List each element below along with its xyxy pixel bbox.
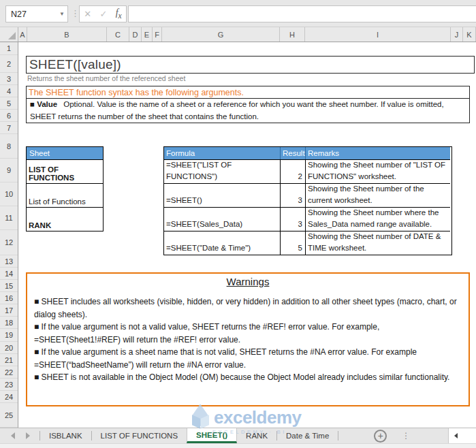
formula-results-table: Formula Result Remarks =SHEET("LIST OF F… — [163, 146, 452, 255]
sheet-tab-sheet-active[interactable]: SHEET() — [187, 428, 237, 443]
warning-item: ■ SHEET is not available in the Object M… — [34, 371, 462, 384]
row-header-18[interactable]: 18 — [0, 317, 18, 329]
formula-column-header[interactable]: Formula — [164, 147, 280, 159]
remarks-cell[interactable]: Showing the Sheet number of the current … — [305, 183, 450, 207]
row-header-10[interactable]: 10 — [0, 182, 18, 206]
syntax-heading: The SHEET function syntax has the follow… — [27, 88, 244, 97]
row-header-9[interactable]: 9 — [0, 159, 18, 182]
column-header-c[interactable]: C — [107, 27, 129, 42]
column-header-e[interactable]: E — [142, 27, 153, 42]
column-header-d[interactable]: D — [129, 27, 142, 42]
column-header-a[interactable]: A — [18, 27, 27, 42]
warning-item: ■ If the value argument is a sheet name … — [34, 346, 462, 371]
row-header-20[interactable]: 20 — [0, 342, 18, 354]
row-header-24[interactable]: 24 — [0, 391, 18, 403]
row-header-21[interactable]: 21 — [0, 354, 18, 366]
tab-divider — [338, 431, 338, 441]
tab-navigation — [0, 428, 39, 443]
function-title: SHEET([value]) — [27, 57, 121, 72]
row-header-4[interactable]: 4 — [0, 85, 18, 97]
warning-item: ■ If the value argument is not a valid v… — [34, 321, 462, 346]
formula-buttons: ✕ ✓ fx — [79, 5, 127, 22]
table-row[interactable]: List of Functions — [27, 183, 103, 207]
next-sheet-icon[interactable] — [26, 432, 30, 439]
row-header-16[interactable]: 16 — [0, 292, 18, 304]
column-header-f[interactable]: F — [153, 27, 162, 42]
formula-bar-strip: N27 ▼ ⋮ ✕ ✓ fx — [0, 0, 476, 27]
row-header-1[interactable]: 1 — [0, 42, 18, 55]
row-header-11[interactable]: 11 — [0, 206, 18, 230]
result-cell[interactable]: 3 — [280, 207, 305, 231]
sheet-tab-rank[interactable]: RANK — [237, 428, 276, 443]
table-row[interactable]: RANK — [27, 207, 103, 231]
row-header-5[interactable]: 5 — [0, 97, 18, 110]
column-header-b[interactable]: B — [27, 27, 107, 42]
warnings-box[interactable]: Warnings ■ SHEET includes all worksheets… — [26, 272, 470, 406]
column-header-k[interactable]: K — [463, 27, 476, 42]
status-strip — [0, 443, 476, 448]
argument-description-cell[interactable]: ■ ValueOptional. Value is the name of a … — [26, 98, 470, 123]
argument-description: Optional. Value is the name of a sheet o… — [30, 100, 444, 121]
new-sheet-icon[interactable]: + — [374, 430, 387, 443]
column-header-i[interactable]: I — [305, 27, 451, 42]
sheet-tab-date-time[interactable]: Date & Time — [277, 428, 338, 443]
column-headers: A B C D E F G H I J K — [0, 27, 476, 42]
sheet-tab-isblank[interactable]: ISBLANK — [40, 428, 91, 443]
row-header-8[interactable]: 8 — [0, 134, 18, 159]
result-cell[interactable]: 2 — [280, 159, 305, 183]
row-header-17[interactable]: 17 — [0, 304, 18, 317]
column-header-h[interactable]: H — [280, 27, 305, 42]
row-headers: 1 2 3 4 5 6 7 8 9 10 11 12 13 14 15 16 1… — [0, 42, 18, 428]
remarks-cell[interactable]: Showing the Sheet number of DATE & TIME … — [305, 231, 450, 255]
function-title-cell[interactable]: SHEET([value]) — [26, 56, 475, 74]
row-header-14[interactable]: 14 — [0, 268, 18, 280]
syntax-heading-cell[interactable]: The SHEET function syntax has the follow… — [26, 86, 470, 99]
row-header-13[interactable]: 13 — [0, 255, 18, 268]
formula-cell[interactable]: =SHEET(Sales_Data) — [164, 207, 280, 231]
function-subtitle[interactable]: Returns the sheet number of the referenc… — [27, 74, 185, 82]
insert-function-icon[interactable]: fx — [116, 7, 122, 20]
row-header-15[interactable]: 15 — [0, 280, 18, 292]
name-box-dropdown-icon[interactable]: ▼ — [57, 11, 67, 17]
row-header-12[interactable]: 12 — [0, 230, 18, 255]
column-header-g[interactable]: G — [162, 27, 280, 42]
sheet-tab-bar: ISBLANK LIST OF FUNCTIONS SHEET() RANK D… — [0, 428, 476, 443]
row-header-6[interactable]: 6 — [0, 110, 18, 122]
select-all-icon — [8, 32, 16, 39]
formula-cell[interactable]: =SHEET() — [164, 183, 280, 207]
horizontal-scrollbar[interactable] — [448, 428, 476, 443]
row-header-7[interactable]: 7 — [0, 122, 18, 134]
formula-cell[interactable]: =SHEET("Date & Time") — [164, 231, 280, 255]
warnings-title: Warnings — [34, 276, 462, 287]
warning-item: ■ SHEET includes all worksheets (visible… — [34, 295, 462, 321]
result-cell[interactable]: 5 — [280, 231, 305, 255]
scroll-left-icon[interactable] — [454, 433, 458, 438]
row-header-2[interactable]: 2 — [0, 55, 18, 73]
row-header-25[interactable]: 25 — [0, 403, 18, 428]
row-header-23[interactable]: 23 — [0, 379, 18, 391]
row-header-22[interactable]: 22 — [0, 366, 18, 379]
formula-bar-input[interactable] — [128, 5, 476, 22]
row-header-19[interactable]: 19 — [0, 329, 18, 342]
tab-options-icon[interactable]: ⋮ — [402, 431, 410, 441]
sheet-tab-list-of-functions[interactable]: LIST OF FUNCTIONS — [92, 428, 187, 443]
result-cell[interactable]: 3 — [280, 183, 305, 207]
result-column-header[interactable]: Result — [280, 147, 305, 159]
table-row[interactable]: LIST OF FUNCTIONS — [27, 159, 103, 183]
remarks-cell[interactable]: Showing the Sheet number where the Sales… — [305, 207, 450, 231]
row-header-3[interactable]: 3 — [0, 73, 18, 85]
name-box[interactable]: N27 ▼ — [5, 5, 68, 22]
sheet-list-header[interactable]: Sheet — [27, 147, 103, 159]
argument-label: ■ Value — [30, 100, 57, 108]
enter-icon[interactable]: ✓ — [99, 9, 107, 19]
name-box-value: N27 — [6, 10, 57, 19]
remarks-cell[interactable]: Showing the Sheet number of "LIST OF FUN… — [305, 159, 450, 183]
warnings-list: ■ SHEET includes all worksheets (visible… — [34, 295, 462, 384]
cancel-icon[interactable]: ✕ — [84, 9, 91, 19]
select-all-corner[interactable] — [0, 27, 18, 42]
sheet-list-table: Sheet LIST OF FUNCTIONS List of Function… — [26, 146, 104, 231]
remarks-column-header[interactable]: Remarks — [305, 147, 450, 159]
column-header-j[interactable]: J — [451, 27, 463, 42]
prev-sheet-icon[interactable] — [11, 432, 15, 439]
formula-cell[interactable]: =SHEET("LIST OF FUNCTIONS") — [164, 159, 280, 183]
